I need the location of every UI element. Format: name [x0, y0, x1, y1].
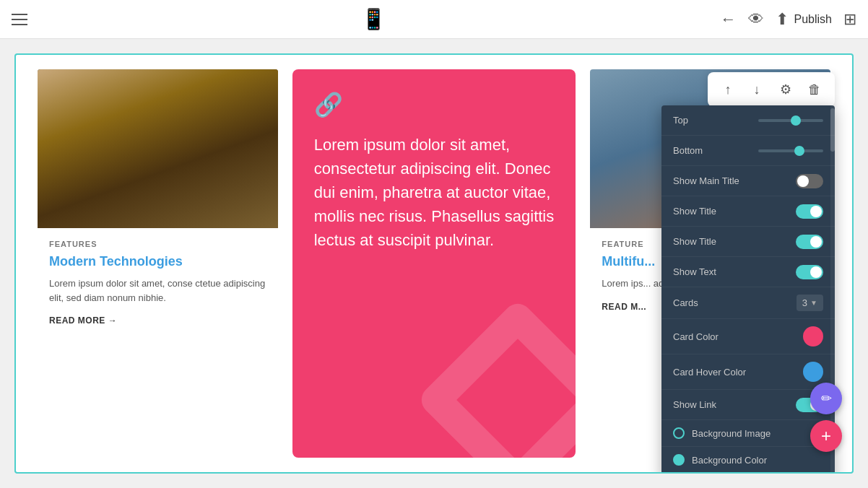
- card-link-1[interactable]: READ MORE →: [49, 315, 117, 326]
- show-link-label: Show Link: [673, 399, 716, 410]
- mobile-view-icon[interactable]: 📱: [361, 7, 386, 31]
- top-label: Top: [673, 115, 688, 126]
- show-title-2-row: Show Title: [661, 227, 835, 257]
- card-pink: 🔗 Lorem ipsum dolor sit amet, consectetu…: [292, 69, 576, 458]
- show-main-title-row: Show Main Title: [661, 166, 835, 196]
- card-pink-icon: 🔗: [314, 91, 555, 118]
- background-image-radio[interactable]: [673, 427, 685, 439]
- card-color-label: Card Color: [673, 331, 719, 342]
- settings-panel: Top Bottom Show Main Title: [661, 105, 835, 474]
- show-title-1-row: Show Title: [661, 196, 835, 227]
- show-text-label: Show Text: [673, 266, 716, 277]
- show-text-toggle[interactable]: [796, 265, 823, 279]
- action-bar: ↑ ↓ ⚙ 🗑: [708, 72, 835, 107]
- layout-icon[interactable]: ⊞: [843, 10, 856, 29]
- bottom-label: Bottom: [673, 145, 703, 156]
- card-hover-color-label: Card Hover Color: [673, 367, 746, 378]
- cards-label: Cards: [673, 297, 698, 308]
- diamond-decoration: [416, 298, 576, 458]
- card-bottom-3: [573, 472, 823, 474]
- move-down-button[interactable]: ↓: [745, 78, 768, 101]
- card-bottom-2: [309, 472, 559, 474]
- hamburger-menu[interactable]: [12, 14, 27, 25]
- show-title-1-toggle[interactable]: [796, 204, 823, 219]
- delete-button[interactable]: 🗑: [803, 78, 826, 101]
- toolbar-center: 📱: [361, 7, 386, 31]
- cards-select[interactable]: 3 ▼: [797, 295, 823, 311]
- float-edit-button[interactable]: ✏: [810, 383, 842, 414]
- card-text-1: Lorem ipsum dolor sit amet, conse ctetue…: [49, 276, 266, 305]
- background-image-label: Background Image: [692, 428, 771, 439]
- show-title-2-label: Show Title: [673, 236, 716, 247]
- background-image-row[interactable]: Background Image: [661, 420, 835, 447]
- show-title-1-label: Show Title: [673, 206, 716, 217]
- settings-button[interactable]: ⚙: [774, 78, 797, 101]
- canvas: ↑ ↓ ⚙ 🗑 Top Bottom: [14, 53, 854, 474]
- top-slider[interactable]: [758, 119, 823, 122]
- background-color-row[interactable]: Background Color: [661, 447, 835, 474]
- main-area: ↑ ↓ ⚙ 🗑 Top Bottom: [0, 39, 868, 488]
- cards-row: Cards 3 ▼: [661, 287, 835, 319]
- card-bottom-1: [45, 472, 295, 474]
- card-body-1: FEATURES Modern Technologies Lorem ipsum…: [38, 228, 278, 458]
- background-color-radio[interactable]: [673, 454, 685, 466]
- show-text-row: Show Text: [661, 257, 835, 287]
- publish-label: Publish: [794, 13, 832, 26]
- move-up-button[interactable]: ↑: [716, 78, 739, 101]
- bottom-slider-row: Bottom: [661, 136, 835, 166]
- show-link-row: Show Link: [661, 390, 835, 420]
- card-pink-text: Lorem ipsum dolor sit amet, consectetur …: [314, 133, 555, 252]
- toolbar: 📱 ← 👁 ⬆ Publish ⊞: [0, 0, 868, 39]
- card-color-swatch[interactable]: [803, 326, 823, 347]
- bottom-slider[interactable]: [758, 149, 823, 152]
- card-color-row: Card Color: [661, 319, 835, 354]
- card-image-1: [38, 69, 278, 228]
- chevron-down-icon: ▼: [810, 299, 817, 307]
- back-icon[interactable]: ←: [721, 10, 737, 29]
- toolbar-right: ← 👁 ⬆ Publish ⊞: [721, 10, 856, 29]
- card-item-1: FEATURES Modern Technologies Lorem ipsum…: [38, 69, 278, 458]
- add-icon: +: [821, 426, 831, 446]
- publish-button[interactable]: ⬆ Publish: [776, 10, 832, 29]
- bottom-cards-row: [16, 472, 852, 474]
- preview-icon[interactable]: 👁: [748, 10, 764, 29]
- show-title-2-toggle[interactable]: [796, 235, 823, 249]
- card-title-1: Modern Technologies: [49, 254, 266, 269]
- toolbar-left: [12, 14, 27, 25]
- background-color-label: Background Color: [692, 455, 767, 466]
- cards-value: 3: [802, 297, 807, 308]
- card-hover-color-row: Card Hover Color: [661, 354, 835, 390]
- card-category-1: FEATURES: [49, 240, 266, 248]
- edit-icon: ✏: [821, 391, 832, 406]
- show-main-title-label: Show Main Title: [673, 175, 739, 186]
- top-slider-row: Top: [661, 105, 835, 136]
- card-hover-color-swatch[interactable]: [803, 362, 823, 382]
- upload-icon: ⬆: [776, 10, 789, 29]
- scroll-indicator: [830, 105, 835, 474]
- float-add-button[interactable]: +: [810, 420, 842, 452]
- card-link-3[interactable]: READ M...: [602, 302, 646, 312]
- show-main-title-toggle[interactable]: [796, 174, 823, 188]
